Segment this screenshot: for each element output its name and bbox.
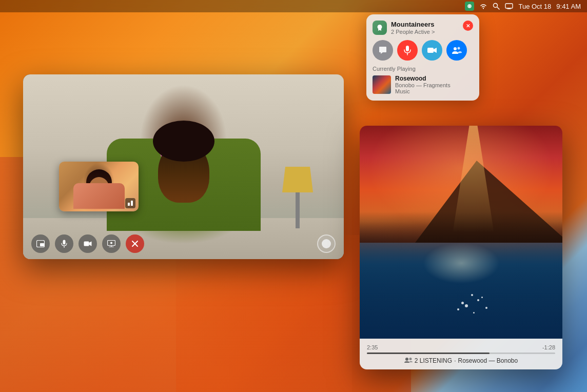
highlight-6 (485, 307, 487, 309)
highlight-2 (477, 299, 479, 301)
listening-count: 2 LISTENING (415, 357, 452, 364)
svg-rect-4 (406, 46, 409, 51)
shareplay-indicator-dot (322, 239, 331, 248)
wifi-icon[interactable] (479, 3, 487, 9)
water-light-reflection (423, 243, 500, 284)
pip-shirt (73, 183, 125, 209)
progress-fill (367, 352, 490, 354)
desktop: Tue Oct 18 9:41 AM Mountaineers 2 People… (0, 0, 587, 392)
svg-rect-12 (40, 243, 44, 246)
highlight-7 (473, 312, 475, 313)
mute-control-button[interactable] (55, 234, 73, 253)
album-art-mini (373, 75, 391, 94)
facetime-window (23, 74, 344, 259)
song-artist-album: Bonobo — Fragments (395, 82, 451, 88)
pip-window[interactable] (59, 162, 139, 211)
shareplay-title-text: Mountaineers 2 People Active > (391, 21, 435, 35)
video-button[interactable] (422, 40, 442, 61)
shareplay-popup: Mountaineers 2 People Active > ✕ (366, 14, 479, 101)
music-controls: 2:35 -1:28 2 LISTENING · (360, 339, 562, 369)
water-highlights (360, 289, 562, 320)
music-window: 2:35 -1:28 2 LISTENING · (360, 126, 562, 369)
time-remaining: -1:28 (542, 344, 555, 350)
water-area (360, 243, 562, 339)
shareplay-actions (373, 40, 473, 61)
menubar-datetime: Tue Oct 18 (518, 3, 551, 10)
screen-share-button[interactable] (102, 234, 121, 253)
svg-point-8 (458, 47, 460, 50)
video-control-button[interactable] (79, 234, 97, 253)
highlight-1 (471, 294, 473, 296)
shareplay-menu-icon[interactable] (465, 2, 474, 11)
svg-point-21 (409, 358, 412, 360)
menubar: Tue Oct 18 9:41 AM (0, 0, 587, 12)
pip-control-button[interactable] (31, 234, 50, 253)
menubar-time: 9:41 AM (556, 3, 581, 10)
song-info: Rosewood Bonobo — Fragments Music (395, 75, 451, 94)
svg-point-1 (483, 8, 484, 9)
song-type: Music (395, 88, 451, 94)
facetime-background (23, 74, 344, 259)
svg-point-7 (454, 47, 457, 50)
now-playing-row: Rosewood Bonobo — Fragments Music (373, 75, 473, 94)
pip-badge (125, 198, 135, 208)
svg-rect-10 (131, 201, 133, 206)
shareplay-header: Mountaineers 2 People Active > ✕ (373, 21, 473, 35)
now-playing-song: Rosewood — Bonobo (458, 357, 518, 364)
progress-bar-container[interactable] (367, 352, 555, 354)
progress-track[interactable] (367, 352, 555, 354)
album-thumbnail (373, 75, 391, 94)
svg-point-20 (405, 358, 408, 361)
group-name: Mountaineers (391, 21, 435, 29)
end-call-button[interactable] (126, 234, 144, 253)
highlight-4 (481, 297, 483, 298)
svg-point-2 (494, 4, 498, 8)
pip-background (59, 162, 139, 211)
mic-button[interactable] (397, 40, 418, 61)
listening-row: 2 LISTENING · Rosewood — Bonobo (367, 357, 555, 364)
facetime-controls (23, 228, 344, 259)
close-button[interactable]: ✕ (463, 21, 473, 31)
search-icon[interactable] (493, 3, 500, 10)
time-row: 2:35 -1:28 (367, 344, 555, 350)
message-button[interactable] (373, 40, 393, 61)
shareplay-title-row: Mountaineers 2 People Active > (373, 21, 435, 35)
shareplay-group-icon (373, 21, 387, 35)
highlight-3 (465, 304, 468, 307)
svg-rect-15 (84, 242, 89, 246)
listening-icon (404, 357, 413, 364)
highlight-5 (461, 302, 464, 304)
people-button[interactable] (446, 40, 467, 61)
svg-rect-3 (505, 4, 513, 8)
time-elapsed: 2:35 (367, 344, 378, 350)
group-subtitle: 2 People Active > (391, 29, 435, 35)
screenshare-icon[interactable] (505, 3, 513, 9)
svg-rect-6 (427, 48, 434, 53)
highlight-8 (457, 308, 459, 310)
svg-point-17 (110, 242, 112, 244)
album-art (360, 126, 562, 339)
svg-rect-13 (63, 240, 66, 245)
song-title: Rosewood (395, 75, 451, 82)
hair-shape (153, 121, 214, 162)
now-playing-text: · (454, 357, 456, 364)
currently-playing-label: Currently Playing (373, 66, 473, 72)
svg-rect-9 (128, 203, 130, 206)
shareplay-circle-indicator[interactable] (317, 234, 336, 253)
